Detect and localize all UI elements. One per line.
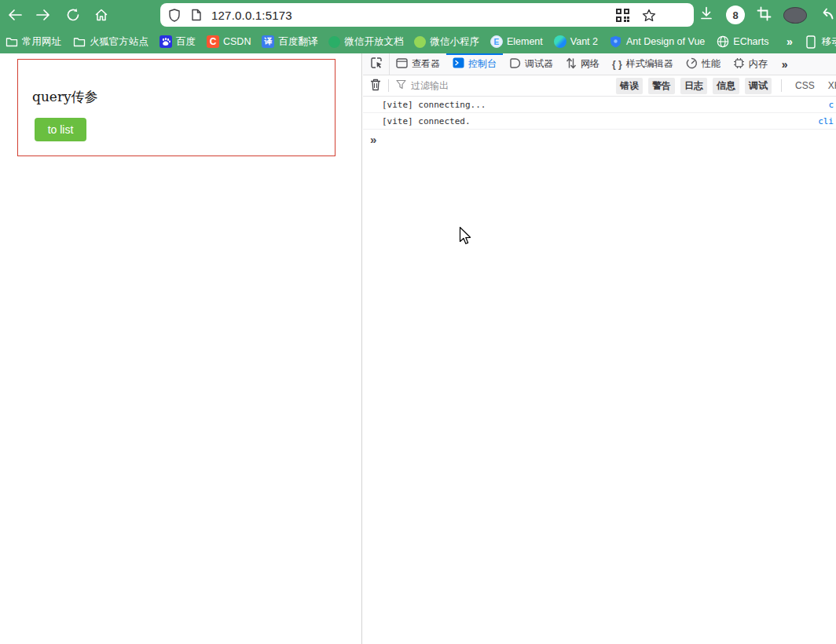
screenshot-crop-icon[interactable] [757,6,772,24]
baidu-icon [160,35,172,48]
tab-label: 控制台 [468,57,497,71]
pick-element-button[interactable] [363,53,390,75]
bookmark-label: 移动 [822,35,836,49]
ant-design-icon [609,35,622,49]
bookmark-echarts[interactable]: ECharts [716,35,768,49]
tab-label: 调试器 [525,57,553,71]
page-title: query传参 [32,88,335,106]
bookmark-label: 常用网址 [22,35,61,49]
bookmark-label: 火狐官方站点 [90,35,148,49]
bookmark-label: Ant Design of Vue [626,36,705,47]
extension-dark-icon[interactable] [783,7,807,24]
trash-icon [370,79,381,93]
toolbar-right-icons: 8 [698,5,836,24]
filter-funnel-icon [396,79,406,92]
bookmark-element[interactable]: E Element [490,35,543,48]
console-icon [453,57,464,71]
filter-errors-button[interactable]: 错误 [616,78,643,94]
console-log-row: [vite] connected. cli [363,113,836,130]
devtools-more-tabs-chevron-icon[interactable]: » [774,53,796,75]
echarts-icon [716,35,729,49]
qr-code-icon[interactable] [616,9,629,22]
reload-icon [66,8,80,22]
console-log-row: [vite] connecting... c [363,97,836,113]
bookmark-folder-changyong[interactable]: 常用网址 [5,35,61,49]
bookmark-star-icon[interactable] [642,9,656,22]
bookmark-label: 微信开放文档 [344,35,403,49]
tab-label: 查看器 [412,57,440,71]
phone-icon [805,35,818,49]
inspector-icon [396,58,408,71]
tab-performance[interactable]: 性能 [680,53,727,75]
green-dot-icon [328,36,340,48]
bookmark-csdn[interactable]: C CSDN [207,35,251,48]
console-message: [vite] connected. [382,116,471,126]
filter-placeholder: 过滤输出 [411,79,449,93]
filter-output-input[interactable]: 过滤输出 [396,79,449,93]
bookmark-folder-firefox[interactable]: 火狐官方站点 [72,35,148,49]
light-green-dot-icon [414,36,426,48]
tab-label: 内存 [749,57,768,71]
bookmark-label: 百度翻译 [278,35,317,49]
tab-inspector[interactable]: 查看器 [390,53,446,75]
devtools-panel: 查看器 控制台 调试器 网络 { } 样式编辑器 性能 内存 » [363,53,836,644]
bookmark-label: Element [507,36,543,47]
extension-arrow-icon[interactable] [819,6,834,24]
filter-css-toggle[interactable]: CSS [791,80,819,91]
bookmark-wechat-docs[interactable]: 微信开放文档 [328,35,403,49]
bookmark-baidu[interactable]: 百度 [160,35,196,49]
to-list-button[interactable]: to list [35,118,86,141]
tab-label: 网络 [581,57,600,71]
bookmark-label: Vant 2 [570,36,598,47]
home-button[interactable] [90,3,113,27]
forward-button[interactable] [31,3,55,27]
filter-debug-button[interactable]: 调试 [745,78,772,94]
back-button[interactable] [3,3,27,27]
filter-warnings-button[interactable]: 警告 [648,78,675,94]
toolbar-divider [781,79,782,92]
memory-chip-icon [733,57,745,71]
console-prompt-chevron-icon: » [370,133,376,146]
bookmark-label: 百度 [176,35,196,49]
filter-info-button[interactable]: 信息 [713,78,739,94]
reload-button[interactable] [61,3,85,27]
query-param-panel: query传参 to list [17,59,336,156]
vant-icon [554,35,566,48]
toolbar-divider [388,79,389,92]
tab-debugger[interactable]: 调试器 [503,53,559,75]
console-toolbar: 过滤输出 错误 警告 日志 信息 调试 CSS XHR [363,75,836,97]
bookmarks-overflow-chevron-icon[interactable]: » [786,35,792,48]
bookmark-ant-design-vue[interactable]: Ant Design of Vue [609,35,705,49]
bookmarks-toolbar: 常用网址 火狐官方站点 百度 C CSDN 译 百度翻译 微信开放文档 微信小程… [0,30,786,53]
bookmark-mobile[interactable]: 移动 [805,35,836,49]
filter-xhr-toggle[interactable]: XHR [824,80,836,91]
clear-console-button[interactable] [363,79,388,93]
tab-console[interactable]: 控制台 [446,53,503,75]
home-icon [94,8,108,22]
console-source-link[interactable]: c [828,100,834,110]
url-text[interactable]: 127.0.0.1:5173 [211,9,292,22]
tab-style-editor[interactable]: { } 样式编辑器 [606,53,680,75]
bookmark-vant[interactable]: Vant 2 [554,35,598,48]
tab-memory[interactable]: 内存 [727,53,774,75]
bookmark-baidu-translate[interactable]: 译 百度翻译 [262,35,317,49]
element-icon: E [490,35,503,48]
shield-icon[interactable] [168,9,181,22]
tab-label: 样式编辑器 [626,57,673,71]
folder-icon [72,35,86,49]
downloads-icon[interactable] [698,5,714,24]
tab-network[interactable]: 网络 [559,53,606,75]
filter-logs-button[interactable]: 日志 [680,78,707,94]
bookmark-wechat-miniprogram[interactable]: 微信小程序 [414,35,479,49]
bookmark-label: ECharts [733,36,768,47]
element-picker-icon [370,57,383,71]
network-icon [566,57,577,71]
console-source-link[interactable]: cli [818,116,834,126]
extension-badge-8[interactable]: 8 [726,5,745,24]
browser-chrome: 127.0.0.1:5173 8 常用网址 火狐官方站点 百度 [0,0,836,53]
url-bar[interactable]: 127.0.0.1:5173 [160,3,694,27]
back-icon [8,9,22,21]
forward-icon [36,9,50,21]
page-info-icon[interactable] [191,9,202,21]
console-input-row[interactable]: » [363,130,836,149]
